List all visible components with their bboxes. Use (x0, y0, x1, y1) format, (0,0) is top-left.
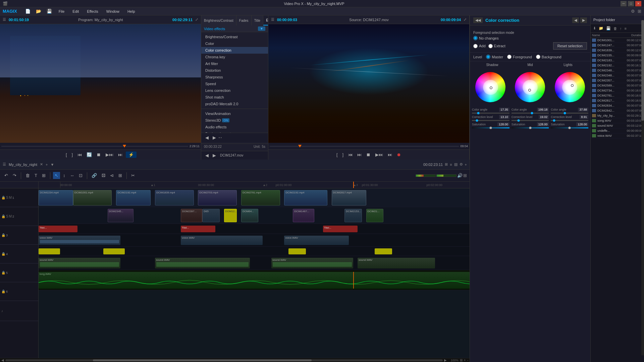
effect-design-elements[interactable]: Design elements (201, 130, 268, 133)
menu-effects[interactable]: Effects (86, 9, 99, 14)
select-tool-button[interactable]: ↖ (53, 172, 60, 179)
track-4-lock-icon[interactable]: 🔒 (1, 252, 5, 256)
folder-item-5[interactable]: DCIM2192...00:00:16:13 (591, 63, 644, 68)
shadow-color-angle-value[interactable]: 17.35 (499, 108, 509, 112)
source-menu-icon[interactable]: ☰ (271, 17, 274, 22)
menu-file[interactable]: File (57, 9, 66, 14)
radio-extract-input[interactable] (488, 44, 493, 48)
menu-window[interactable]: Window (105, 9, 121, 14)
folder-item-4[interactable]: DCIM2183...00:00:07:00 (591, 58, 644, 63)
mid-sat-value[interactable]: 128.00 (537, 122, 549, 126)
folder-scrollbar[interactable] (641, 20, 644, 355)
reset-selection-button[interactable]: Reset selection (553, 42, 587, 50)
open-file-icon[interactable]: 📂 (36, 9, 41, 14)
menu-edit[interactable]: Edit (71, 9, 80, 14)
clip-dcim2397[interactable]: DOM2397... (181, 209, 202, 222)
clip-marker-3[interactable] (288, 248, 306, 254)
folder-item-15[interactable]: My_city_by...00:02:29:11 (591, 113, 644, 118)
tab-effects[interactable]: Effects (263, 15, 268, 25)
effect-color-correction[interactable]: Color correction (201, 47, 268, 54)
folder-item-14[interactable]: DCIM2842...00:00:07:00 (591, 108, 644, 113)
mid-correction-value[interactable]: 19.02 (539, 115, 549, 119)
folder-item-13[interactable]: DCIM2834...00:00:07:00 (591, 103, 644, 108)
timeline-settings-icon[interactable]: ⚙ (460, 162, 463, 167)
play-button[interactable]: ▶⏭ (104, 152, 115, 158)
track-2-lock-icon[interactable]: 🔒 (1, 215, 5, 218)
clip-dom64[interactable]: DOM64... (241, 209, 258, 222)
clip-dcim2345[interactable]: DOM2345... (108, 209, 133, 222)
new-file-icon[interactable]: 📄 (25, 9, 31, 14)
mid-sat-slider[interactable] (512, 127, 549, 128)
timeline-menu-icon[interactable]: ☰ (3, 162, 6, 167)
lights-wheel-container[interactable] (551, 72, 588, 102)
scroll-left-btn[interactable]: ◀ (1, 358, 4, 362)
track-2-solo-icon[interactable]: S (6, 215, 8, 218)
clip-dcim1001[interactable]: DCIM1001.mp4 (73, 190, 112, 205)
stop-button[interactable]: ⏹ (95, 152, 102, 158)
folder-import-btn[interactable]: ⬇ (592, 25, 597, 31)
tracks-scroll-area[interactable]: 00:00:00 ▲1 00:00:30:00 ▲2 p0:01:00:00 ▲… (39, 182, 470, 358)
level-foreground-input[interactable] (507, 55, 512, 59)
delete-button[interactable]: 🗑 (24, 172, 32, 179)
zoom-in-icon[interactable]: + (465, 163, 467, 167)
clip-marker-2[interactable] (103, 248, 125, 254)
mid-correction-slider[interactable] (512, 120, 549, 121)
split-button[interactable]: ↔ (68, 172, 76, 179)
lights-color-wheel[interactable] (555, 72, 585, 102)
link-button[interactable]: 🔗 (90, 172, 99, 179)
source-record-button[interactable]: ⏺ (395, 152, 402, 158)
track-5-lock-icon[interactable]: 🔒 (1, 271, 5, 275)
clip-marker-1[interactable] (39, 248, 60, 254)
close-project-icon[interactable]: ✕ (40, 162, 43, 167)
level-foreground[interactable]: Foreground (507, 55, 532, 59)
folder-item-18[interactable]: undeffe...00:00:00:00 (591, 128, 644, 133)
scissors-button[interactable]: ✂ (129, 172, 137, 179)
track-6-lock-icon[interactable]: 🔒 (1, 290, 5, 293)
clip-d65[interactable]: D65 (202, 209, 219, 222)
source-stop-button[interactable]: ⏹ (365, 152, 372, 158)
menu-help[interactable]: Help (126, 9, 137, 14)
clip-dcim21-2[interactable]: DCIM21... (366, 209, 383, 222)
clip-dcim2192-1[interactable]: DCIM2192.mp4 (116, 190, 151, 205)
clip-dcim2192-2[interactable]: DCIM2192.mp4 (284, 190, 327, 205)
shadow-sat-slider[interactable] (472, 127, 509, 128)
ripple-button[interactable]: ⊲ (108, 172, 115, 179)
multicam-button[interactable]: ⊞ (40, 172, 47, 179)
shadow-color-wheel[interactable] (475, 72, 505, 102)
source-play-button[interactable]: ▶⏭ (374, 152, 384, 158)
radio-no-changes-input[interactable] (473, 36, 478, 40)
tab-title[interactable]: Title (252, 15, 264, 25)
undo-button[interactable]: ↶ (3, 172, 10, 179)
step-fwd-button[interactable]: ⏭ (117, 152, 124, 158)
record-button[interactable]: ⚡ (126, 152, 137, 158)
lights-angle-slider[interactable] (551, 113, 588, 114)
folder-item-9[interactable]: DCIM2589...00:00:07:00 (591, 83, 644, 88)
effects-next-btn[interactable]: ▶ (211, 134, 217, 141)
mid-color-angle-value[interactable]: 199.18 (537, 108, 549, 112)
zoom-in-timeline-btn[interactable]: + (464, 358, 466, 362)
tab-import[interactable]: Brightness/Contrast (201, 15, 236, 25)
settings-icon[interactable]: ⚙ (631, 9, 635, 14)
folder-new-btn[interactable]: 📁 (598, 25, 604, 31)
clip-dcim2234[interactable]: DCIM2234.mp4 (39, 190, 73, 205)
program-expand-icon[interactable]: ⤢ (195, 17, 198, 22)
mid-wheel-container[interactable] (512, 72, 548, 102)
clip-voice-3[interactable]: voice.WAV (284, 236, 349, 245)
effect-prodad[interactable]: proDAD Mercalli 2.0 (201, 101, 268, 107)
layout-icon[interactable]: ⊞ (638, 9, 641, 14)
zoom-out-timeline-btn[interactable]: - (467, 358, 468, 362)
level-background[interactable]: Background (536, 55, 561, 59)
lights-correction-slider[interactable] (551, 120, 588, 121)
view-grid-icon[interactable]: ⊞ (445, 162, 448, 167)
folder-item-1[interactable]: DCIM1247...00:00:07:00 (591, 43, 644, 48)
add-track-icon[interactable]: + (46, 163, 48, 167)
video-effects-dropdown-btn[interactable]: ▼ (258, 26, 265, 31)
clip-dcim2703[interactable]: DCIM2703.mp4 (198, 190, 237, 205)
shadow-angle-slider[interactable] (472, 113, 509, 114)
lights-sat-slider[interactable] (551, 127, 588, 128)
effect-art-filter[interactable]: Art filter (201, 60, 268, 67)
folder-arrow-up-btn[interactable]: ↑ (619, 25, 623, 31)
clip-dcim2781[interactable]: DCIM2781.mp4 (241, 190, 280, 205)
radio-no-changes[interactable]: No changes (473, 36, 499, 40)
folder-item-6[interactable]: DCIM2348...00:00:07:00 (591, 68, 644, 73)
